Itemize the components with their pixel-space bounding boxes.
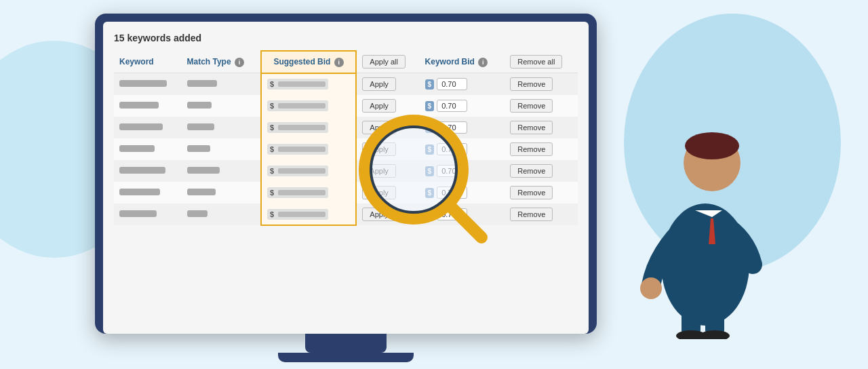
person-figure bbox=[637, 54, 800, 339]
suggested-bid-input[interactable]: $ bbox=[267, 144, 328, 155]
suggested-bid-input[interactable]: $ bbox=[267, 100, 328, 111]
remove-cell: Remove bbox=[505, 73, 578, 96]
table-row: $Apply$Remove bbox=[114, 160, 578, 182]
suggested-bid-cell: $ bbox=[261, 203, 356, 225]
remove-all-button[interactable]: Remove all bbox=[510, 55, 562, 69]
remove-cell: Remove bbox=[505, 95, 578, 117]
match-type-cell bbox=[182, 117, 261, 138]
col-header-keyword: Keyword bbox=[114, 51, 182, 73]
keyword-cell bbox=[114, 73, 182, 96]
table-row: $Apply$Remove bbox=[114, 138, 578, 160]
svg-point-3 bbox=[640, 277, 662, 299]
keyword-cell bbox=[114, 182, 182, 203]
monitor: 15 keywords added Keyword Match Type i S… bbox=[95, 14, 597, 334]
keyword-cell bbox=[114, 117, 182, 138]
keyword-cell bbox=[114, 203, 182, 225]
match-type-cell bbox=[182, 182, 261, 203]
remove-cell: Remove bbox=[505, 117, 578, 138]
suggested-bid-input[interactable]: $ bbox=[267, 122, 328, 133]
suggested-bid-cell: $ bbox=[261, 117, 356, 138]
monitor-container: 15 keywords added Keyword Match Type i S… bbox=[95, 14, 597, 362]
table-row: $Apply$Remove bbox=[114, 203, 578, 225]
keywords-count: 15 keywords added bbox=[114, 33, 578, 43]
remove-button[interactable]: Remove bbox=[510, 99, 553, 113]
suggested-bid-cell: $ bbox=[261, 73, 356, 96]
match-type-info-icon[interactable]: i bbox=[235, 58, 244, 67]
match-type-cell bbox=[182, 138, 261, 160]
svg-point-2 bbox=[685, 132, 739, 159]
apply-all-button[interactable]: Apply all bbox=[362, 55, 406, 69]
keyword-cell bbox=[114, 138, 182, 160]
suggested-bid-cell: $ bbox=[261, 95, 356, 117]
bid-input[interactable] bbox=[437, 78, 467, 90]
suggested-bid-input[interactable]: $ bbox=[267, 187, 328, 198]
svg-line-11 bbox=[450, 206, 481, 237]
remove-button[interactable]: Remove bbox=[510, 164, 553, 178]
monitor-stand bbox=[305, 334, 387, 353]
remove-button[interactable]: Remove bbox=[510, 121, 553, 134]
col-header-apply-all: Apply all bbox=[356, 51, 419, 73]
monitor-base bbox=[278, 353, 414, 362]
remove-button[interactable]: Remove bbox=[510, 142, 553, 156]
col-header-suggested-bid: Suggested Bid i bbox=[261, 51, 356, 73]
col-header-remove-all: Remove all bbox=[505, 51, 578, 73]
remove-button[interactable]: Remove bbox=[510, 77, 553, 91]
remove-cell: Remove bbox=[505, 203, 578, 225]
svg-point-7 bbox=[700, 330, 730, 339]
table-row: $Apply$Remove bbox=[114, 95, 578, 117]
keyword-cell bbox=[114, 160, 182, 182]
suggested-bid-cell: $ bbox=[261, 138, 356, 160]
col-header-match-type: Match Type i bbox=[182, 51, 261, 73]
table-row: $Apply$Remove bbox=[114, 117, 578, 138]
keywords-table: Keyword Match Type i Suggested Bid i App… bbox=[114, 50, 578, 226]
monitor-screen: 15 keywords added Keyword Match Type i S… bbox=[103, 22, 589, 334]
apply-cell: Apply bbox=[356, 73, 419, 96]
col-header-keyword-bid: Keyword Bid i bbox=[420, 51, 505, 73]
magnifying-glass bbox=[353, 109, 488, 244]
table-row: $Apply$Remove bbox=[114, 182, 578, 203]
match-type-cell bbox=[182, 95, 261, 117]
suggested-bid-info-icon[interactable]: i bbox=[334, 58, 344, 67]
match-type-cell bbox=[182, 160, 261, 182]
keyword-bid-cell: $ bbox=[420, 73, 505, 96]
remove-cell: Remove bbox=[505, 160, 578, 182]
keyword-cell bbox=[114, 95, 182, 117]
suggested-bid-input[interactable]: $ bbox=[267, 166, 328, 176]
remove-button[interactable]: Remove bbox=[510, 186, 553, 199]
match-type-cell bbox=[182, 73, 261, 96]
suggested-bid-input[interactable]: $ bbox=[267, 209, 328, 220]
remove-cell: Remove bbox=[505, 138, 578, 160]
table-row: $Apply$Remove bbox=[114, 73, 578, 96]
suggested-bid-cell: $ bbox=[261, 182, 356, 203]
apply-button[interactable]: Apply bbox=[362, 77, 396, 91]
keyword-bid-info-icon[interactable]: i bbox=[478, 58, 488, 67]
dollar-badge: $ bbox=[425, 79, 435, 90]
match-type-cell bbox=[182, 203, 261, 225]
remove-cell: Remove bbox=[505, 182, 578, 203]
remove-button[interactable]: Remove bbox=[510, 208, 553, 221]
suggested-bid-cell: $ bbox=[261, 160, 356, 182]
suggested-bid-input[interactable]: $ bbox=[267, 79, 328, 90]
